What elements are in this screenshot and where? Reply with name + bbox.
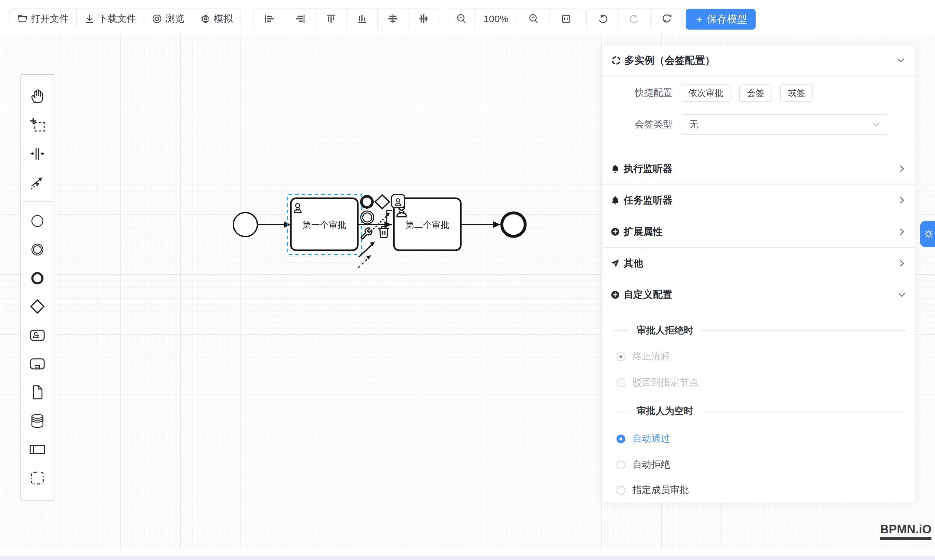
- global-connect-tool[interactable]: [28, 173, 47, 192]
- create-end-event[interactable]: [28, 269, 47, 288]
- sign-type-row: 会签类型 无: [601, 114, 915, 135]
- redo-button[interactable]: [618, 8, 650, 29]
- gear-icon: [923, 228, 935, 240]
- zoom-in-button[interactable]: [517, 8, 549, 29]
- create-user-task[interactable]: [28, 326, 47, 345]
- panel-toggle-tab[interactable]: [920, 221, 935, 247]
- align-center-horizontal-icon: [388, 14, 398, 24]
- bell-icon: [611, 195, 620, 205]
- section-extended-properties[interactable]: 扩展属性: [601, 216, 915, 247]
- align-center-vertical-button[interactable]: [408, 8, 439, 29]
- bell-icon: [611, 164, 620, 173]
- sign-type-label: 会签类型: [601, 118, 672, 131]
- section-custom-config[interactable]: 自定义配置: [601, 279, 915, 311]
- create-data-object[interactable]: [28, 383, 47, 402]
- radio-auto-reject[interactable]: 自动拒绝: [601, 456, 915, 474]
- reset-icon: [661, 13, 672, 25]
- user-task-1[interactable]: 第一个审批: [291, 198, 358, 250]
- quick-option-sequential[interactable]: 依次审批: [681, 84, 731, 102]
- wrench-icon[interactable]: [361, 228, 372, 238]
- chevron-down-icon: [898, 291, 906, 299]
- radio-label: 终止流程: [632, 350, 670, 363]
- start-event-shape[interactable]: [233, 212, 257, 237]
- create-participant[interactable]: [28, 440, 47, 459]
- section-label: 自定义配置: [624, 288, 672, 301]
- save-model-button[interactable]: ＋ 保存模型: [686, 9, 756, 29]
- create-intermediate-event[interactable]: [28, 240, 47, 259]
- simulate-button[interactable]: 模拟: [192, 8, 240, 29]
- append-gateway-icon[interactable]: [375, 195, 389, 209]
- radio-unselected-icon[interactable]: [617, 486, 625, 495]
- radio-label: 指定成员审批: [632, 484, 689, 497]
- undo-button[interactable]: [587, 8, 618, 29]
- space-tool[interactable]: [28, 144, 47, 163]
- chip-icon: [200, 14, 211, 24]
- zoom-level-value: 100%: [484, 13, 509, 25]
- folder-open-icon: [17, 14, 28, 24]
- section-other[interactable]: 其他: [601, 247, 915, 279]
- panel-header[interactable]: 多实例（会签配置）: [601, 46, 915, 76]
- align-top-icon: [326, 14, 336, 24]
- section-label: 扩展属性: [624, 225, 663, 238]
- reset-button[interactable]: [650, 8, 682, 29]
- sign-type-value: 无: [689, 118, 698, 131]
- hand-tool[interactable]: [28, 87, 47, 106]
- quick-option-countersign[interactable]: 会签: [739, 84, 772, 102]
- create-gateway[interactable]: [28, 297, 47, 316]
- section-label: 其他: [624, 257, 643, 270]
- align-right-button[interactable]: [285, 8, 315, 29]
- data-store-icon: [29, 412, 46, 429]
- section-task-listener[interactable]: 任务监听器: [601, 184, 915, 216]
- chevron-right-icon: [898, 228, 906, 236]
- undo-icon: [597, 13, 608, 25]
- empty-group-title-text: 审批人为空时: [637, 405, 693, 418]
- radio-label: 驳回到指定节点: [632, 376, 698, 389]
- divider-line: [701, 411, 906, 411]
- eye-icon: [152, 14, 162, 24]
- lasso-tool[interactable]: [28, 116, 47, 135]
- zoom-in-icon: [528, 13, 539, 25]
- align-bottom-button[interactable]: [346, 8, 377, 29]
- plus-circle-icon: [611, 227, 620, 236]
- subprocess-icon: [29, 355, 46, 372]
- create-subprocess[interactable]: [28, 354, 47, 373]
- trash-icon[interactable]: [378, 226, 389, 237]
- align-left-icon: [264, 14, 275, 24]
- chevron-down-icon: [872, 121, 880, 128]
- create-data-store[interactable]: [28, 411, 47, 430]
- append-end-event-icon[interactable]: [361, 196, 372, 208]
- radio-assign-member[interactable]: 指定成员审批: [601, 481, 915, 499]
- radio-selected-icon[interactable]: [617, 435, 625, 443]
- create-start-event[interactable]: [28, 212, 47, 231]
- download-file-button[interactable]: 下载文件: [76, 8, 144, 29]
- end-event-icon: [29, 270, 46, 287]
- chevron-right-icon: [898, 196, 906, 205]
- fit-viewport-button[interactable]: [549, 8, 582, 29]
- open-file-button[interactable]: 打开文件: [9, 8, 76, 29]
- zoom-level[interactable]: 100%: [475, 8, 517, 29]
- append-user-task-icon[interactable]: [392, 195, 404, 208]
- space-tool-icon: [29, 145, 46, 162]
- end-event-shape[interactable]: [502, 213, 525, 236]
- send-icon: [611, 259, 620, 268]
- append-intermediate-event-icon[interactable]: [361, 211, 374, 224]
- align-left-button[interactable]: [254, 8, 285, 29]
- preview-button[interactable]: 浏览: [144, 8, 192, 29]
- align-top-button[interactable]: [315, 8, 346, 29]
- multi-instance-icon: [611, 55, 621, 65]
- radio-auto-pass[interactable]: 自动通过: [601, 430, 915, 448]
- align-button-group: [254, 8, 439, 29]
- quick-option-orsign[interactable]: 或签: [780, 84, 813, 102]
- connection-arrows-icon[interactable]: [358, 242, 375, 268]
- radio-unselected-icon[interactable]: [617, 460, 625, 469]
- create-group[interactable]: [28, 469, 47, 488]
- text-annotation-icon[interactable]: [387, 210, 392, 225]
- section-execution-listener[interactable]: 执行监听器: [601, 153, 915, 184]
- align-center-horizontal-button[interactable]: [377, 8, 408, 29]
- section-label: 执行监听器: [624, 162, 672, 175]
- top-toolbar: 打开文件 下载文件 浏览: [0, 0, 935, 34]
- zoom-out-button[interactable]: [448, 8, 475, 29]
- section-label: 任务监听器: [624, 194, 672, 207]
- sign-type-select[interactable]: 无: [681, 114, 888, 135]
- user-task-icon: [29, 327, 46, 343]
